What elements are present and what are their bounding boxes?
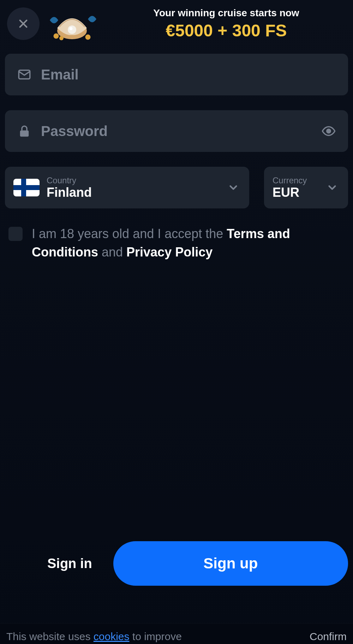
promo-bonus: €5000 + 300 FS [107, 21, 346, 40]
country-label: Country [47, 176, 227, 185]
cookie-prefix: This website uses [6, 631, 94, 642]
close-icon [17, 17, 30, 30]
cookie-confirm[interactable]: Confirm [310, 631, 347, 643]
footer: Sign in Sign up [0, 541, 353, 586]
promo-image [47, 4, 100, 43]
currency-select-body: Currency EUR [273, 176, 326, 200]
chevron-down-icon [326, 182, 338, 194]
promo-text: Your winning cruise starts now €5000 + 3… [107, 7, 346, 40]
flag-finland-icon [13, 179, 40, 196]
close-button[interactable] [7, 7, 40, 40]
country-select-body: Country Finland [47, 176, 227, 200]
modal-header: Your winning cruise starts now €5000 + 3… [0, 0, 353, 54]
eye-icon [321, 124, 336, 138]
lock-icon [17, 124, 32, 138]
currency-select[interactable]: Currency EUR [264, 167, 348, 208]
selects-row: Country Finland Currency EUR [5, 167, 348, 208]
svg-rect-9 [20, 130, 29, 137]
password-input-wrap[interactable] [5, 110, 348, 152]
currency-value: EUR [273, 185, 326, 200]
chevron-down-icon [227, 182, 239, 194]
email-field[interactable] [41, 67, 336, 83]
currency-label: Currency [273, 176, 326, 185]
terms-and: and [98, 245, 126, 259]
password-field[interactable] [41, 123, 312, 139]
cookie-text: This website uses cookies to improve [6, 631, 182, 643]
svg-point-4 [70, 27, 73, 30]
terms-checkbox[interactable] [8, 227, 23, 241]
country-value: Finland [47, 185, 227, 200]
terms-prefix: I am 18 years old and I accept the [32, 226, 227, 241]
privacy-link[interactable]: Privacy Policy [126, 245, 213, 259]
svg-point-7 [59, 36, 64, 40]
cookie-notice: This website uses cookies to improve Con… [0, 623, 353, 644]
cookie-suffix: to improve [130, 631, 182, 642]
svg-point-10 [327, 129, 331, 133]
terms-row: I am 18 years old and I accept the Terms… [5, 225, 348, 261]
svg-point-6 [85, 35, 91, 40]
terms-text: I am 18 years old and I accept the Terms… [32, 225, 345, 261]
signin-button[interactable]: Sign in [33, 545, 106, 582]
svg-point-5 [54, 34, 59, 39]
mail-icon [17, 67, 32, 82]
toggle-password-button[interactable] [321, 124, 336, 138]
signup-button[interactable]: Sign up [113, 541, 348, 586]
promo-title: Your winning cruise starts now [107, 7, 346, 19]
country-select[interactable]: Country Finland [5, 167, 249, 208]
email-input-wrap[interactable] [5, 54, 348, 95]
cookies-link[interactable]: cookies [94, 631, 130, 642]
signup-form: Country Finland Currency EUR I am 18 yea… [0, 54, 353, 261]
